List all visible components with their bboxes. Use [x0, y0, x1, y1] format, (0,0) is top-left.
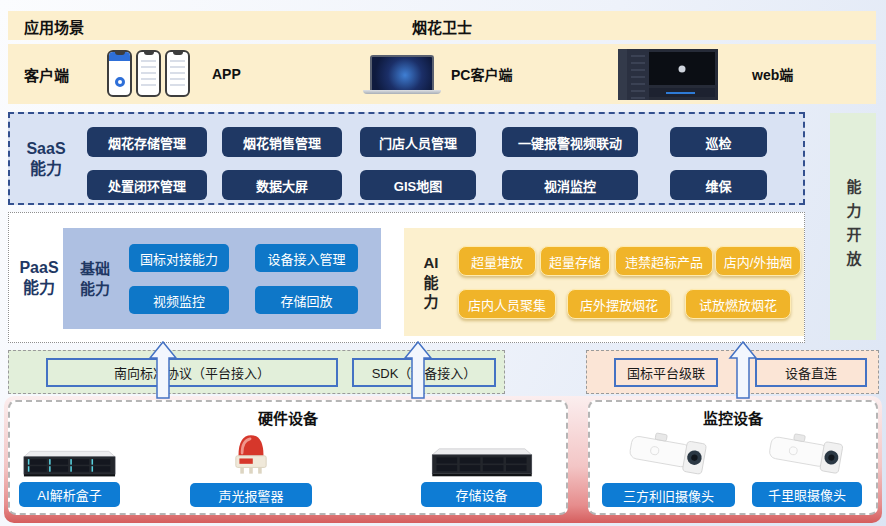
bullet-camera-icon	[752, 429, 862, 478]
saas-item-inspection: 巡检	[670, 127, 767, 157]
phone-mockup-2	[136, 50, 161, 97]
ai-item-crowd-gathering: 店内人员聚集	[458, 289, 556, 319]
ai-item-test-ignition: 试放燃放烟花	[685, 289, 791, 319]
basic-item-video-monitor: 视频监控	[129, 286, 229, 314]
gb-cascade-box: 国标平台级联	[614, 358, 718, 387]
hardware-label-ai-box: AI解析盒子	[19, 482, 120, 507]
south-protocol-box: 南向标准协议（平台接入）	[46, 358, 338, 387]
hardware-item-storage: 存储设备	[421, 429, 542, 507]
paas-section: PaaS 能力 基础 能力 国标对接能力 设备接入管理 视频监控 存储回放 AI…	[8, 212, 805, 343]
pc-caption: PC客户端	[451, 64, 512, 84]
header-band: 应用场景 烟花卫士	[8, 11, 876, 40]
bullet-camera-icon	[602, 429, 735, 479]
hardware-label-alarm: 声光报警器	[190, 483, 312, 507]
alarm-beacon-icon	[190, 429, 312, 479]
monitoring-title: 监控设备	[590, 407, 876, 428]
phone-mockup-3	[165, 50, 190, 97]
basic-label-line2: 能力	[80, 279, 110, 299]
ai-item-smoking: 店内/外抽烟	[715, 246, 801, 276]
basic-item-gb-interface: 国标对接能力	[129, 244, 229, 272]
ai-capability-box: AI能力 超量堆放 超量存储 违禁超标产品 店内/外抽烟 店内人员聚集 店外摆放…	[404, 228, 804, 336]
saas-label-line1: SaaS	[26, 139, 65, 159]
saas-section: SaaS 能力 烟花存储管理 烟花销售管理 门店人员管理 一键报警视频联动 巡检…	[8, 112, 805, 205]
paas-section-label: PaaS 能力	[13, 213, 65, 342]
monitoring-item-thirdparty-camera: 三方利旧摄像头	[602, 429, 735, 507]
ai-item-outdoor-placement: 店外摆放烟花	[567, 289, 671, 319]
capability-open-bar: 能力开放	[830, 113, 876, 340]
capability-open-label: 能力开放	[843, 179, 864, 275]
saas-item-maintenance: 维保	[670, 170, 767, 200]
web-caption: web端	[752, 64, 793, 84]
ai-capability-label: AI能力	[418, 253, 444, 312]
up-arrow-icon	[403, 340, 433, 400]
app-caption: APP	[212, 66, 241, 82]
ai-item-prohibited-products: 违禁超标产品	[615, 246, 713, 276]
hardware-devices-box: 硬件设备 AI解析盒子	[8, 400, 568, 515]
saas-label-line2: 能力	[30, 159, 62, 179]
client-band: 客户端 APP PC客户端 web端	[8, 44, 876, 104]
saas-item-firework-storage: 烟花存储管理	[87, 127, 207, 157]
saas-item-fire-vision-monitor: 视消监控	[502, 170, 638, 200]
saas-item-store-staff: 门店人员管理	[360, 127, 476, 157]
paas-label-line2: 能力	[23, 278, 55, 298]
product-title: 烟花卫士	[412, 15, 472, 36]
client-label: 客户端	[24, 64, 69, 85]
up-arrow-icon	[148, 340, 178, 400]
basic-capability-box: 基础 能力 国标对接能力 设备接入管理 视频监控 存储回放	[63, 228, 381, 329]
storage-server-icon	[421, 429, 542, 478]
saas-item-firework-sales: 烟花销售管理	[222, 127, 342, 157]
monitoring-item-qianliyan-camera: 千里眼摄像头	[752, 429, 862, 507]
hardware-label-storage: 存储设备	[421, 482, 542, 507]
saas-item-closed-loop: 处置闭环管理	[87, 170, 207, 200]
web-ui-mockup	[618, 49, 718, 100]
paas-label-line1: PaaS	[19, 258, 58, 278]
ai-item-over-storage: 超量存储	[540, 246, 610, 276]
saas-item-data-screen: 数据大屏	[222, 170, 342, 200]
app-phones-mockup	[107, 50, 190, 97]
pc-laptop-mockup	[363, 55, 441, 94]
scenario-label: 应用场景	[24, 15, 84, 36]
saas-section-label: SaaS 能力	[18, 114, 74, 203]
saas-item-gis-map: GIS地图	[360, 170, 476, 200]
basic-capability-label: 基础 能力	[69, 228, 121, 329]
monitoring-devices-box: 监控设备 三方利旧摄像头	[588, 400, 878, 515]
device-direct-box: 设备直连	[755, 358, 867, 387]
hardware-title: 硬件设备	[10, 407, 566, 428]
basic-label-line1: 基础	[80, 259, 110, 279]
hardware-item-alarm: 声光报警器	[190, 429, 312, 507]
up-arrow-icon	[728, 340, 758, 400]
server-rack-icon	[19, 429, 120, 478]
saas-item-alarm-video-link: 一键报警视频联动	[502, 127, 638, 157]
phone-mockup-1	[107, 50, 132, 97]
basic-item-storage-playback: 存储回放	[255, 286, 358, 314]
hardware-item-ai-box: AI解析盒子	[19, 429, 120, 507]
monitoring-label-qianliyan: 千里眼摄像头	[752, 482, 862, 507]
monitoring-label-thirdparty: 三方利旧摄像头	[602, 483, 735, 507]
basic-item-device-access: 设备接入管理	[255, 244, 358, 272]
ai-item-over-stacking: 超量堆放	[458, 246, 536, 276]
